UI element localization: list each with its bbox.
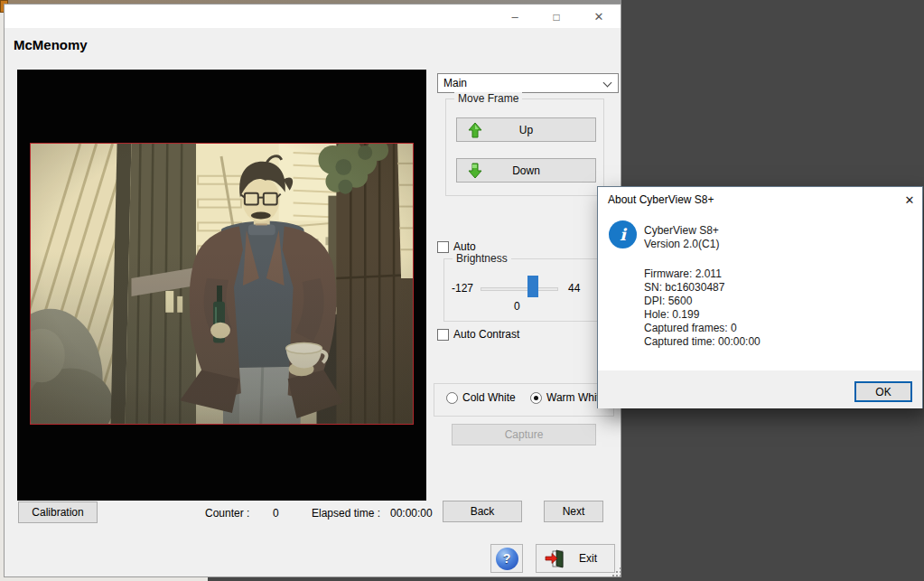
- close-icon[interactable]: ✕: [587, 8, 611, 25]
- next-button[interactable]: Next: [544, 501, 603, 522]
- auto-contrast-checkbox[interactable]: Auto Contrast: [437, 328, 519, 341]
- auto-brightness-checkbox-label: Auto: [453, 240, 476, 253]
- about-firmware: Firmware: 2.011: [644, 267, 722, 280]
- auto-contrast-checkbox-label: Auto Contrast: [453, 328, 519, 341]
- calibration-button-label: Calibration: [32, 506, 83, 519]
- capture-button[interactable]: Capture: [452, 424, 596, 445]
- desktop: – □ ✕ McMenomy: [0, 0, 924, 581]
- calibration-button[interactable]: Calibration: [18, 501, 98, 523]
- mode-select-value: Main: [443, 77, 467, 89]
- brightness-min-label: -127: [452, 282, 473, 295]
- minimize-icon[interactable]: –: [503, 8, 527, 25]
- chevron-down-icon: [603, 79, 612, 88]
- info-icon: i: [609, 220, 637, 248]
- back-button[interactable]: Back: [443, 501, 522, 522]
- about-hole: Hole: 0.199: [644, 308, 699, 321]
- about-dpi: DPI: 5600: [644, 295, 692, 307]
- move-up-label: Up: [519, 124, 533, 136]
- help-button[interactable]: ?: [490, 544, 523, 573]
- back-button-label: Back: [471, 505, 495, 518]
- arrow-down-green-icon: [468, 163, 482, 179]
- move-frame-group: Move Frame Up Down: [445, 98, 604, 196]
- auto-brightness-checkbox-box[interactable]: [437, 241, 449, 253]
- move-down-label: Down: [512, 164, 540, 177]
- move-down-button[interactable]: Down: [456, 158, 596, 183]
- auto-brightness-checkbox[interactable]: Auto: [437, 240, 476, 253]
- about-dialog-close-icon[interactable]: ✕: [900, 191, 919, 209]
- exit-button[interactable]: Exit: [536, 544, 615, 573]
- cold-white-radio-label: Cold White: [462, 391, 516, 404]
- brightness-max-label: 44: [568, 282, 580, 295]
- film-frame: [30, 143, 414, 425]
- exit-button-label: Exit: [579, 552, 597, 565]
- cold-white-radio[interactable]: Cold White: [446, 391, 516, 404]
- help-question-icon: ?: [496, 548, 518, 570]
- brightness-group-label: Brightness: [453, 252, 511, 265]
- capture-button-label: Capture: [505, 428, 544, 441]
- brightness-value-label: 0: [514, 300, 520, 313]
- mode-select[interactable]: Main: [437, 73, 619, 93]
- brightness-group: Brightness -127 44 0: [443, 258, 608, 322]
- counter-value: 0: [273, 507, 279, 520]
- ok-button-label: OK: [875, 386, 891, 398]
- cold-white-radio-circle[interactable]: [446, 392, 458, 404]
- about-dialog-title: About CyberView S8+: [608, 193, 714, 206]
- film-preview-area: [17, 70, 426, 501]
- elapsed-time-value: 00:00:00: [390, 507, 433, 520]
- elapsed-time-label: Elapsed time :: [312, 507, 380, 520]
- exit-door-icon: [545, 548, 565, 568]
- about-product: CyberView S8+: [644, 224, 719, 237]
- warm-white-radio[interactable]: Warm White: [530, 391, 606, 404]
- maximize-icon[interactable]: □: [545, 8, 568, 25]
- move-up-button[interactable]: Up: [456, 117, 596, 142]
- ok-button[interactable]: OK: [854, 381, 912, 402]
- titlebar: – □ ✕: [5, 5, 621, 28]
- about-captured-time: Captured time: 00:00:00: [644, 335, 761, 348]
- counter-label: Counter :: [205, 507, 249, 520]
- brightness-slider-track[interactable]: [481, 287, 558, 291]
- desktop-bottom-strip: [0, 577, 208, 581]
- film-photo-preview: [31, 144, 413, 424]
- about-version: Version 2.0(C1): [644, 238, 719, 250]
- brightness-slider-thumb[interactable]: [527, 276, 538, 297]
- move-frame-group-label: Move Frame: [454, 92, 522, 105]
- white-balance-group: Cold White Warm White: [434, 383, 614, 417]
- page-title: McMenomy: [14, 37, 88, 52]
- next-button-label: Next: [563, 505, 585, 518]
- about-captured-frames: Captured frames: 0: [644, 322, 737, 334]
- resize-grip[interactable]: [612, 567, 621, 576]
- auto-contrast-checkbox-box[interactable]: [437, 329, 449, 341]
- arrow-up-green-icon: [468, 122, 482, 138]
- about-dialog: About CyberView S8+ ✕ i CyberView S8+ Ve…: [597, 186, 923, 408]
- about-serial: SN: bc16030487: [644, 281, 724, 294]
- warm-white-radio-circle[interactable]: [530, 392, 542, 404]
- about-dialog-footer: OK: [598, 370, 922, 408]
- cyberview-main-window: – □ ✕ McMenomy: [4, 4, 621, 577]
